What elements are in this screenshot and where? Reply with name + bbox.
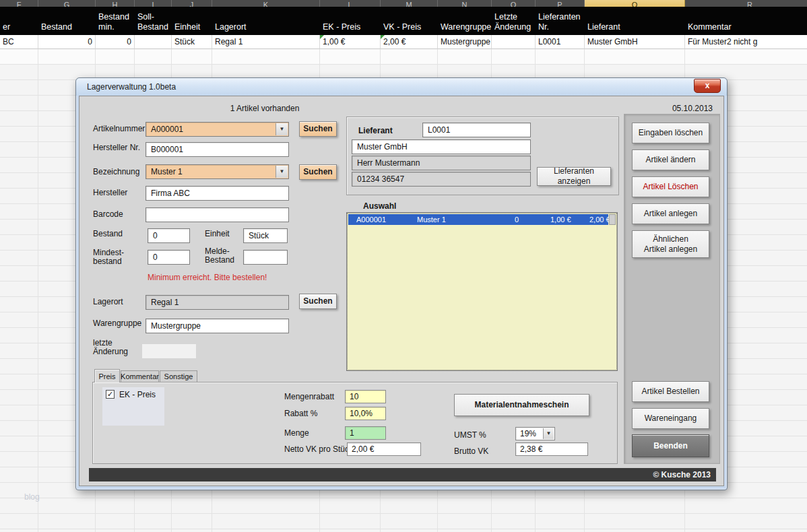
suchen-lagerort-button[interactable]: Suchen <box>299 294 337 309</box>
column-letter-K[interactable]: K <box>212 0 320 7</box>
mindestbestand-field[interactable]: 0 <box>148 250 190 265</box>
bezeichnung-combobox[interactable]: Muster 1 ▼ <box>146 164 289 179</box>
column-header-G[interactable]: Bestand <box>38 7 96 35</box>
suchen-artikelnummer-button[interactable]: Suchen <box>299 121 337 137</box>
dialog-title: Lagerverwaltung 1.0beta <box>76 78 727 96</box>
artikelnummer-value: A000001 <box>151 125 183 134</box>
mengenrabatt-field[interactable]: 10 <box>345 390 386 403</box>
suchen-bezeichnung-button[interactable]: Suchen <box>299 164 337 180</box>
column-header-L[interactable]: EK - Preis <box>320 7 381 35</box>
column-letter-I[interactable]: I <box>135 0 172 7</box>
list-item-selected[interactable]: A000001 Muster 1 0 1,00 € 2,00 € <box>348 214 608 225</box>
letzte-aenderung-field[interactable] <box>142 344 196 358</box>
column-letter-O[interactable]: O <box>492 0 536 7</box>
eingaben-loeschen-button[interactable]: Eingaben löschen <box>632 123 709 143</box>
wareneingang-button[interactable]: Wareneingang <box>632 408 709 429</box>
barcode-label: Barcode <box>93 210 123 219</box>
barcode-field[interactable] <box>146 207 289 222</box>
column-letter-F[interactable]: F <box>0 0 38 7</box>
column-letter-H[interactable]: H <box>96 0 135 7</box>
netto-vk-label: Netto VK pro Stück <box>284 445 353 454</box>
ek-preis-checkbox[interactable]: ✓ <box>106 390 115 399</box>
mengenrabatt-label: Mengenrabatt <box>284 393 334 401</box>
column-header-F[interactable]: er <box>0 7 38 35</box>
lieferant-phone-field[interactable]: 01234 36547 <box>352 172 531 187</box>
table-cell-P[interactable]: L0001 <box>536 35 585 49</box>
table-cell-N[interactable]: Mustergruppe <box>438 35 492 49</box>
aehnlichen-artikel-anlegen-button[interactable]: Ähnlichen Artikel anlegen <box>632 230 709 258</box>
column-letter-Q[interactable]: Q <box>585 0 685 7</box>
hersteller-field[interactable]: Firma ABC <box>146 186 289 201</box>
lieferant-nr-field[interactable]: L0001 <box>422 123 531 137</box>
table-cell-J[interactable]: Stück <box>172 35 212 49</box>
table-cell-I[interactable] <box>135 35 172 49</box>
table-cell-R[interactable]: Für Muster2 nicht g <box>685 35 807 49</box>
formula-marker-icon <box>320 35 324 39</box>
umst-dropdown[interactable]: 19% ▼ <box>515 427 555 440</box>
mindestbestand-label: Mindest- bestand <box>93 248 124 266</box>
materialentnahmeschein-button[interactable]: Materialentnahmeschein <box>454 394 589 416</box>
listbox-scrollbar[interactable] <box>609 214 616 225</box>
column-letter-R[interactable]: R <box>685 0 807 7</box>
chevron-down-icon[interactable]: ▼ <box>543 428 554 439</box>
brutto-vk-field[interactable]: 2,38 € <box>515 442 588 456</box>
column-header-Q[interactable]: Lieferant <box>585 7 685 35</box>
column-letter-G[interactable]: G <box>38 0 96 7</box>
column-header-J[interactable]: Einheit <box>172 7 212 35</box>
lagerort-field[interactable]: Regal 1 <box>146 295 289 310</box>
rabatt-field[interactable]: 10,0% <box>345 407 386 420</box>
table-cell-K[interactable]: Regal 1 <box>212 35 320 49</box>
table-cell-O[interactable] <box>492 35 536 49</box>
column-header-N[interactable]: Warengruppe <box>438 7 492 35</box>
column-header-K[interactable]: Lagerort <box>212 7 320 35</box>
table-cell-F[interactable]: BC <box>0 35 38 49</box>
artikel-aendern-button[interactable]: Artikel ändern <box>632 149 709 170</box>
lieferant-contact-field[interactable]: Herr Mustermann <box>352 156 531 170</box>
formula-marker-icon <box>381 35 385 39</box>
column-header-M[interactable]: VK - Preis <box>381 7 438 35</box>
table-cell-Q[interactable]: Muster GmbH <box>585 35 685 49</box>
tab-sonstige[interactable]: Sonstige <box>160 370 197 382</box>
beenden-button[interactable]: Beenden <box>632 434 709 457</box>
artikel-bestellen-button[interactable]: Artikel Bestellen <box>632 381 709 402</box>
table-cell-H[interactable]: 0 <box>96 35 135 49</box>
column-letter-N[interactable]: N <box>438 0 492 7</box>
table-cell-M[interactable]: 2,00 € <box>381 35 438 49</box>
lieferanten-anzeigen-button[interactable]: Lieferanten anzeigen <box>537 167 611 186</box>
lagerverwaltung-dialog: Lagerverwaltung 1.0beta x 1 Artikel vorh… <box>75 77 728 490</box>
column-header-H[interactable]: Bestand min. <box>96 7 135 35</box>
menge-field[interactable]: 1 <box>345 426 386 440</box>
row-bezeichnung: Muster 1 <box>417 214 446 225</box>
tab-kommentar[interactable]: Kommentar <box>121 370 159 382</box>
table-cell-L[interactable]: 1,00 € <box>320 35 381 49</box>
preis-tab-pane: ✓ EK - Preis Mengenrabatt 10 Rabatt % 10… <box>92 382 618 464</box>
artikel-anlegen-button[interactable]: Artikel anlegen <box>632 203 709 224</box>
tab-preis[interactable]: Preis <box>94 369 120 383</box>
column-header-O[interactable]: Letzte Änderung <box>492 7 536 35</box>
artikelnummer-combobox[interactable]: A000001 ▼ <box>146 122 289 137</box>
lieferant-label: Lieferant <box>358 127 393 135</box>
chevron-down-icon[interactable]: ▼ <box>276 166 288 178</box>
auswahl-listbox[interactable]: A000001 Muster 1 0 1,00 € 2,00 € <box>346 212 618 371</box>
column-letter-M[interactable]: M <box>381 0 438 7</box>
einheit-field[interactable]: Stück <box>243 228 288 243</box>
rabatt-label: Rabatt % <box>284 409 317 418</box>
table-cell-G[interactable]: 0 <box>38 35 96 49</box>
artikel-loeschen-button[interactable]: Artikel Löschen <box>632 176 709 197</box>
warengruppe-field[interactable]: Mustergruppe <box>146 319 289 333</box>
close-icon[interactable]: x <box>694 79 721 93</box>
column-letter-P[interactable]: P <box>536 0 585 7</box>
table-row: BC00StückRegal 11,00 €2,00 €Mustergruppe… <box>0 35 807 49</box>
hersteller-nr-field[interactable]: B000001 <box>146 142 289 157</box>
lieferant-name-field[interactable]: Muster GmbH <box>352 139 531 154</box>
netto-vk-field[interactable]: 2,00 € <box>347 442 421 456</box>
column-letter-L[interactable]: L <box>320 0 381 7</box>
bestand-field[interactable]: 0 <box>148 228 190 243</box>
watermark-text: blog <box>24 492 40 502</box>
column-header-R[interactable]: Kommentar <box>685 7 807 35</box>
column-header-P[interactable]: Lieferanten Nr. <box>536 7 585 35</box>
chevron-down-icon[interactable]: ▼ <box>276 123 288 135</box>
column-letter-J[interactable]: J <box>172 0 212 7</box>
meldebestand-field[interactable] <box>243 250 288 265</box>
column-header-I[interactable]: Soll- Bestand <box>135 7 172 35</box>
